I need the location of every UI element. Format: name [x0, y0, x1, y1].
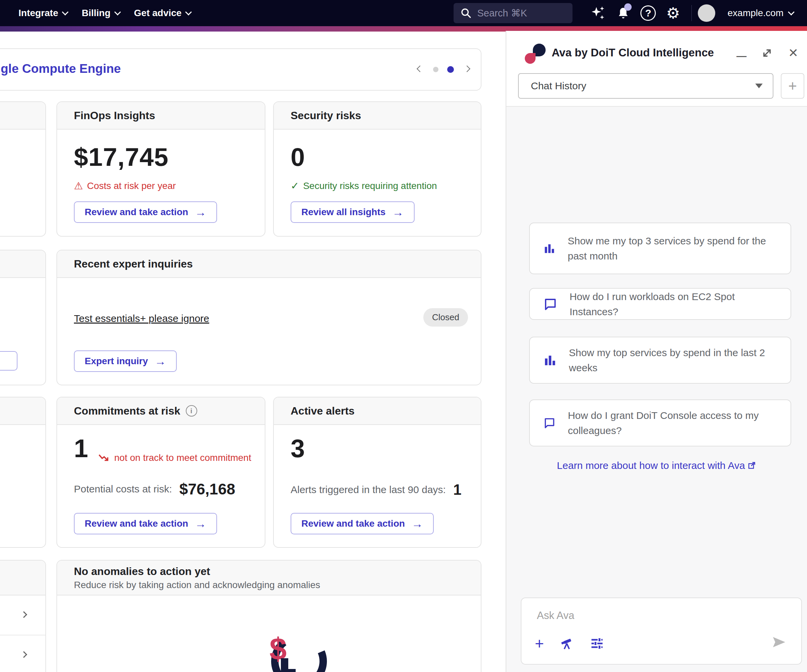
- suggestion-card[interactable]: How do I run workloads on EC2 Spot Insta…: [529, 288, 791, 320]
- list-item[interactable]: [0, 596, 45, 636]
- ask-ava-toolbar: +: [535, 634, 604, 652]
- expert-inquiries-card: Recent expert inquiries Test essentials+…: [56, 250, 482, 385]
- list-item[interactable]: [0, 636, 45, 672]
- active-alerts-card: Active alerts 3 Alerts triggered in the …: [273, 397, 482, 548]
- finops-card-title: FinOps Insights: [57, 102, 265, 129]
- nav-item-label: Billing: [81, 8, 111, 18]
- bar-chart-icon: [543, 241, 556, 256]
- anomalies-card-header: No anomalies to action yet Reduce risk b…: [57, 561, 481, 596]
- ava-panel: Ava by DoiT Cloud Intelligence — ✕ Chat …: [506, 31, 807, 672]
- global-search[interactable]: [453, 3, 573, 23]
- commitments-card-title: Commitments at risk i: [57, 397, 265, 425]
- sparkles-icon: [590, 5, 606, 21]
- chat-history-select[interactable]: Chat History: [518, 73, 774, 99]
- gear-icon: ⚙: [666, 5, 680, 21]
- alerts-triggered-count: 1: [453, 481, 461, 498]
- ava-logo-pink-bubble: [525, 53, 536, 64]
- nav-item-integrate[interactable]: Integrate: [18, 8, 68, 18]
- suggestion-card[interactable]: Show me my top 3 services by spend for t…: [529, 223, 791, 274]
- tune-sliders-icon: [589, 636, 604, 651]
- carousel-dot-1[interactable]: [433, 67, 438, 72]
- cut-button[interactable]: [0, 351, 17, 371]
- learn-more-link[interactable]: Learn more about how to interact with Av…: [506, 460, 807, 471]
- notifications-button[interactable]: [611, 1, 636, 25]
- chat-bubble-icon: [543, 415, 556, 430]
- help-icon: ?: [640, 5, 656, 21]
- check-icon: ✓: [291, 180, 299, 192]
- ava-panel-title: Ava by DoiT Cloud Intelligence: [552, 46, 714, 59]
- minimize-icon[interactable]: —: [732, 44, 751, 63]
- search-input[interactable]: [477, 8, 561, 19]
- security-risks-caption: ✓ Security risks requiring attention: [291, 180, 437, 192]
- security-review-button[interactable]: Review all insights →: [291, 201, 415, 223]
- suggestion-card[interactable]: How do I grant DoiT Console access to my…: [529, 399, 791, 447]
- arrow-right-icon: →: [392, 207, 404, 218]
- suggestion-text: How do I run workloads on EC2 Spot Insta…: [570, 289, 777, 319]
- carousel-prev-button[interactable]: [415, 65, 424, 74]
- send-button[interactable]: [771, 634, 787, 651]
- arrow-right-icon: →: [154, 356, 166, 367]
- options-tune-button[interactable]: [589, 636, 604, 651]
- settings-button[interactable]: ⚙: [661, 1, 686, 25]
- ava-logo-icon: [525, 44, 546, 64]
- expert-inquiry-button[interactable]: Expert inquiry →: [74, 351, 177, 372]
- suggestion-text: How do I grant DoiT Console access to my…: [568, 408, 777, 438]
- potential-costs-amount: $76,168: [179, 480, 235, 498]
- cut-card-header: [0, 561, 45, 596]
- cut-card-header: [0, 250, 45, 278]
- commitments-review-button[interactable]: Review and take action →: [74, 513, 217, 535]
- suggestion-text: Show my top services by spend in the las…: [569, 345, 777, 375]
- security-risks-value: 0: [291, 142, 305, 172]
- select-caret-icon: [755, 84, 763, 88]
- finops-insights-card: FinOps Insights $17,745 ⚠ Costs at risk …: [56, 101, 266, 237]
- help-button[interactable]: ?: [636, 1, 661, 25]
- money-magnifier-icon: $: [249, 626, 329, 672]
- explore-telescope-button[interactable]: [560, 636, 574, 651]
- carousel-dot-2-active[interactable]: [447, 66, 454, 73]
- close-icon[interactable]: ✕: [784, 44, 803, 63]
- anomalies-card: No anomalies to action yet Reduce risk b…: [56, 560, 482, 672]
- warning-icon: ⚠: [74, 180, 83, 192]
- costs-at-risk-value: $17,745: [74, 142, 169, 172]
- alerts-value: 3: [291, 434, 305, 463]
- chevron-down-icon: [186, 9, 192, 15]
- carousel-next-button[interactable]: [463, 65, 472, 74]
- avatar: [698, 4, 715, 22]
- ava-panel-header: Ava by DoiT Cloud Intelligence — ✕ Chat …: [506, 31, 807, 107]
- arrow-right-icon: →: [412, 518, 423, 529]
- cut-card-row3: [0, 397, 46, 548]
- top-navigation: Integrate Billing Get advice: [0, 0, 807, 26]
- chat-history-label: Chat History: [531, 80, 586, 92]
- finops-review-button[interactable]: Review and take action →: [74, 201, 217, 223]
- ava-sparkles-button[interactable]: [586, 1, 611, 25]
- alerts-card-title: Active alerts: [274, 397, 481, 425]
- money-illustration: $: [249, 626, 329, 672]
- cut-card-row1: [0, 101, 46, 237]
- info-icon[interactable]: i: [186, 405, 197, 417]
- expand-icon[interactable]: [757, 44, 776, 63]
- alerts-review-button[interactable]: Review and take action →: [291, 513, 434, 535]
- chevron-down-icon: [62, 9, 68, 15]
- ask-ava-input[interactable]: [537, 609, 739, 622]
- arrow-right-icon: →: [195, 207, 206, 218]
- carousel-card: gle Compute Engine: [0, 48, 482, 91]
- new-chat-button[interactable]: +: [781, 73, 804, 99]
- suggestion-card[interactable]: Show my top services by spend in the las…: [529, 337, 791, 384]
- security-risks-card: Security risks 0 ✓ Security risks requir…: [273, 101, 482, 237]
- attach-plus-button[interactable]: +: [535, 634, 544, 652]
- inquiry-link[interactable]: Test essentials+ please ignore: [74, 313, 209, 324]
- nav-item-billing[interactable]: Billing: [81, 8, 120, 18]
- account-menu[interactable]: example.com: [698, 4, 807, 22]
- account-name: example.com: [727, 8, 784, 18]
- doit-console: Integrate Billing Get advice: [0, 0, 807, 672]
- compute-engine-link[interactable]: gle Compute Engine: [1, 62, 121, 76]
- send-icon: [771, 634, 787, 650]
- cut-card-header: [0, 397, 45, 425]
- notification-dot: [624, 3, 632, 11]
- trending-down-icon: [98, 453, 110, 463]
- external-link-icon: [747, 461, 756, 470]
- potential-costs-label: Potential costs at risk:: [74, 483, 172, 495]
- nav-item-get-advice[interactable]: Get advice: [134, 8, 191, 18]
- costs-at-risk-caption: ⚠ Costs at risk per year: [74, 180, 176, 192]
- ask-ava-inputbox[interactable]: +: [521, 598, 802, 665]
